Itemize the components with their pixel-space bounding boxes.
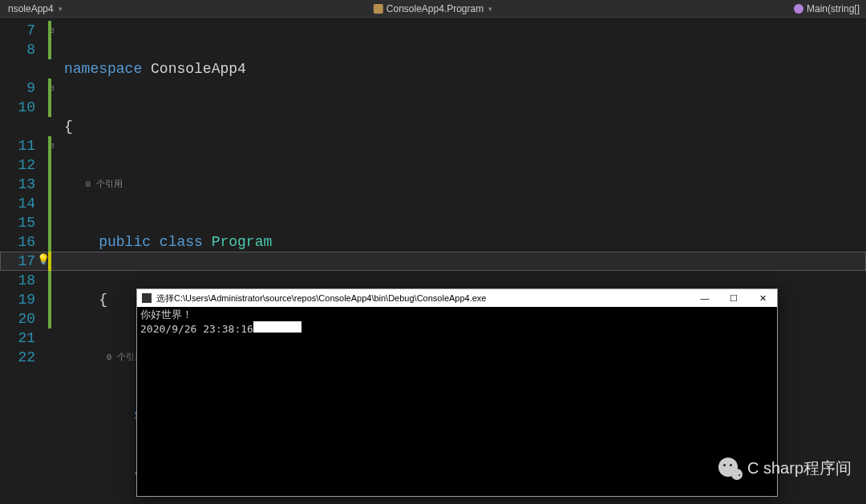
breadcrumb-class-label: ConsoleApp4.Program [386,3,484,14]
breadcrumb-class[interactable]: ConsoleApp4.Program ▾ [374,3,492,14]
brace: { [99,292,107,308]
breadcrumb-file-label: nsoleApp4 [8,3,54,14]
watermark-text: C sharp程序间 [747,458,852,479]
breadcrumb-method-label: Main(string[] [807,3,860,14]
line-number: 21 [0,329,45,348]
wechat-icon [718,456,743,480]
line-number: 12 [0,155,45,175]
line-number: 18 [0,271,45,290]
console-window[interactable]: 选择C:\Users\Administrator\source\repos\Co… [136,288,778,497]
line-number: 20 [0,309,45,329]
brace: { [64,119,73,135]
chevron-down-icon: ▾ [59,5,63,13]
maximize-button[interactable]: ☐ [719,289,748,307]
console-selection [253,321,301,333]
line-number: 10 [0,98,45,117]
fold-toggle[interactable]: ⊟ [45,79,58,98]
method-icon [794,4,803,14]
line-number: 9 [0,79,45,98]
line-number: 8 [0,40,45,59]
fold-toggle[interactable]: ⊟ [45,21,58,40]
keyword: public class [99,234,203,250]
code-folding-column: ⊟ ⊟ ⊟ [45,18,58,504]
line-number: 11 [0,136,45,155]
breadcrumb-bar: nsoleApp4 ▾ ConsoleApp4.Program ▾ Main(s… [0,0,866,18]
line-number: 22 [0,348,45,367]
codelens-spacer [0,59,45,79]
line-number: 7 [0,21,45,40]
codelens-references[interactable]: 0 个引用 [85,179,122,189]
line-number: 13 [0,175,45,194]
breadcrumb-method[interactable]: Main(string[] [794,3,860,14]
watermark: C sharp程序间 [718,456,852,480]
change-indicator [48,21,51,329]
console-icon [142,293,152,303]
line-number: 17 [0,252,45,271]
minimize-button[interactable]: — [690,289,719,307]
line-number: 14 [0,194,45,213]
line-number: 19 [0,290,45,309]
chevron-down-icon: ▾ [488,5,492,13]
line-number: 16 [0,232,45,252]
fold-toggle[interactable]: ⊟ [45,136,58,155]
console-title: 选择C:\Users\Administrator\source\repos\Co… [156,292,690,304]
close-button[interactable]: ✕ [748,289,777,307]
keyword: namespace [64,61,142,77]
console-titlebar[interactable]: 选择C:\Users\Administrator\source\repos\Co… [137,289,777,307]
type-name: Program [212,234,273,250]
class-icon [374,4,383,14]
line-number-gutter: 7 8 9 10 11 12 13 14 15 16 17 18 19 20 2… [0,18,45,504]
breadcrumb-file[interactable]: nsoleApp4 ▾ [3,3,67,14]
console-output[interactable]: 你好世界！ 2020/9/26 23:38:16 [137,307,777,337]
identifier: ConsoleApp4 [151,61,246,77]
codelens-spacer [0,117,45,136]
console-line: 2020/9/26 23:38:16 [140,323,253,335]
console-line: 你好世界！ [140,308,192,321]
line-number: 15 [0,213,45,232]
